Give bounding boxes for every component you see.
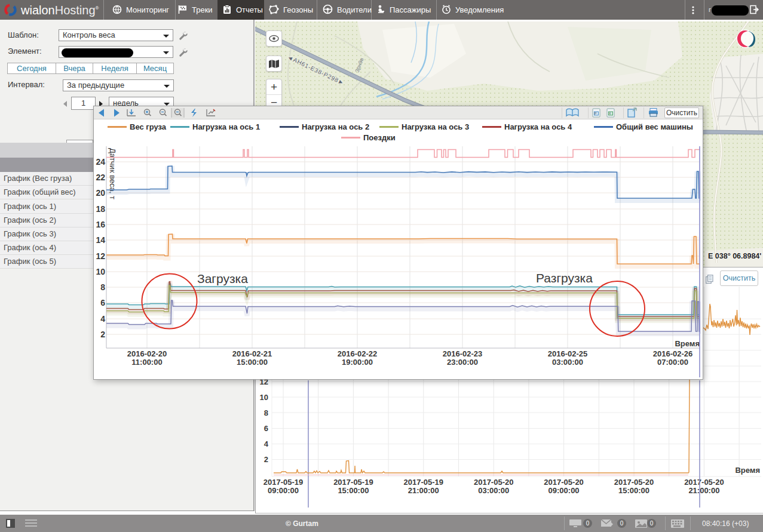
svg-text:24: 24 [96,157,105,167]
svg-text:2016-02-22: 2016-02-22 [338,349,378,358]
svg-text:22: 22 [96,173,105,182]
svg-text:2016-02-20: 2016-02-20 [127,349,167,358]
svg-text:07:00:00: 07:00:00 [657,358,688,367]
svg-text:2017-05-20: 2017-05-20 [684,478,724,487]
svg-text:11:00:00: 11:00:00 [131,358,162,367]
svg-text:03:00:00: 03:00:00 [552,358,583,367]
svg-text:8: 8 [264,408,268,417]
svg-text:16: 16 [96,220,105,229]
svg-text:Загрузка: Загрузка [197,272,248,285]
svg-text:2017-05-19: 2017-05-19 [263,478,304,487]
svg-text:20: 20 [96,188,105,198]
svg-text:2017-05-20: 2017-05-20 [544,478,584,487]
svg-text:2016-02-23: 2016-02-23 [443,349,483,358]
svg-text:2016-02-26: 2016-02-26 [653,349,693,358]
svg-text:14: 14 [96,235,105,245]
svg-text:2017-05-20: 2017-05-20 [614,478,654,487]
svg-text:Время: Время [675,339,700,348]
svg-text:4: 4 [264,439,269,448]
svg-text:12: 12 [96,251,105,261]
svg-text:18: 18 [96,204,105,214]
svg-text:15:00:00: 15:00:00 [618,486,649,495]
svg-text:2017-05-19: 2017-05-19 [333,478,373,487]
svg-text:2016-02-25: 2016-02-25 [548,349,588,358]
svg-text:4: 4 [100,314,105,324]
svg-text:2: 2 [100,330,105,339]
svg-text:23:00:00: 23:00:00 [447,358,478,367]
svg-text:10: 10 [96,267,105,276]
svg-text:21:00:00: 21:00:00 [688,486,719,495]
svg-text:15:00:00: 15:00:00 [237,358,268,367]
svg-text:09:00:00: 09:00:00 [268,486,299,495]
svg-text:03:00:00: 03:00:00 [478,486,509,495]
svg-text:2016-02-21: 2016-02-21 [232,349,272,358]
svg-text:8: 8 [100,282,105,292]
svg-text:2017-05-19: 2017-05-19 [404,478,444,487]
svg-text:2017-05-20: 2017-05-20 [474,478,514,487]
svg-text:10: 10 [260,393,268,402]
svg-text:Время: Время [735,466,760,475]
svg-text:19:00:00: 19:00:00 [342,358,373,367]
svg-text:Разгрузка: Разгрузка [536,271,593,285]
svg-text:6: 6 [100,298,105,307]
svg-text:09:00:00: 09:00:00 [548,486,580,495]
svg-text:2: 2 [264,455,268,464]
svg-text:15:00:00: 15:00:00 [338,486,369,495]
svg-text:6: 6 [264,424,268,433]
svg-text:21:00:00: 21:00:00 [408,486,439,495]
